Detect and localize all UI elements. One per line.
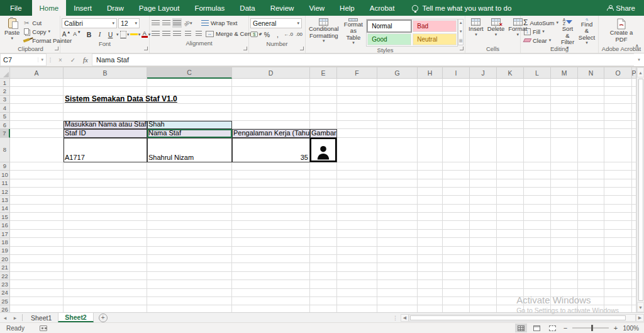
tab-data[interactable]: Data [232,0,262,16]
column-header-O[interactable]: O [604,67,632,79]
fill-button[interactable]: ↓Fill▾ [522,27,558,36]
insert-function-icon[interactable]: fx [79,54,92,66]
scroll-up-icon[interactable]: ▲ [637,67,644,77]
cell-K15[interactable] [497,213,524,221]
cell-I17[interactable] [443,230,470,238]
cell-I3[interactable] [443,96,470,104]
cell-H25[interactable] [418,297,443,305]
cell-M25[interactable] [551,297,578,305]
cell-J5[interactable] [470,113,497,121]
cell-H2[interactable] [418,87,443,95]
cell-E23[interactable] [310,280,337,288]
cell-L23[interactable] [524,280,551,288]
clear-button[interactable]: Clear▾ [522,36,558,45]
cell-L10[interactable] [524,171,551,179]
cell-P25[interactable] [632,297,636,305]
cell-L17[interactable] [524,230,551,238]
row-header-4[interactable]: 4 [0,104,10,112]
cell-L3[interactable] [524,96,551,104]
cell-C1[interactable] [147,79,232,87]
cell-G25[interactable] [377,297,418,305]
cell-C17[interactable] [147,230,232,238]
cell-J2[interactable] [470,87,497,95]
cell-A1[interactable] [10,79,64,87]
row-header-13[interactable]: 13 [0,196,10,204]
cell-J23[interactable] [470,280,497,288]
increase-indent-button[interactable] [194,29,203,38]
cell-B4[interactable] [64,104,147,112]
cell-G19[interactable] [377,247,418,255]
cell-A11[interactable] [10,179,64,188]
cell-K16[interactable] [497,221,524,229]
cell-K11[interactable] [497,179,524,188]
tell-me-box[interactable]: Tell me what you want to do [412,0,511,16]
cell-C23[interactable] [147,280,232,288]
cell-C9[interactable] [147,162,232,171]
enter-icon[interactable]: ✓ [67,54,79,66]
cell-I22[interactable] [443,272,470,280]
row-header-2[interactable]: 2 [0,87,10,95]
tab-insert[interactable]: Insert [66,0,99,16]
collapse-ribbon-icon[interactable]: ∧ [635,43,639,49]
cell-F11[interactable] [337,179,377,188]
cell-M12[interactable] [551,188,578,196]
cell-N17[interactable] [578,230,604,238]
cell-I13[interactable] [443,196,470,204]
cell-B23[interactable] [64,280,147,288]
cell-H6[interactable] [418,121,443,129]
cell-H15[interactable] [418,213,443,221]
column-header-K[interactable]: K [497,67,524,79]
row-header-24[interactable]: 24 [0,289,10,297]
alignment-dialog-launcher-icon[interactable] [243,47,247,50]
cell-D22[interactable] [232,272,310,280]
cell-N6[interactable] [578,121,604,129]
cell-K25[interactable] [497,297,524,305]
cell-C13[interactable] [147,196,232,204]
row-header-3[interactable]: 3 [0,96,10,104]
align-left-button[interactable] [151,29,160,38]
cell-H8[interactable] [418,138,443,162]
cell-F24[interactable] [337,289,377,297]
cell-E13[interactable] [310,196,337,204]
cell-M23[interactable] [551,280,578,288]
cell-F4[interactable] [337,104,377,112]
cell-I15[interactable] [443,213,470,221]
cell-K23[interactable] [497,280,524,288]
cell-C5[interactable] [147,113,232,121]
cell-A14[interactable] [10,205,64,213]
cell-B10[interactable] [64,171,147,179]
cell-J18[interactable] [470,238,497,246]
row-header-14[interactable]: 14 [0,205,10,213]
cell-B16[interactable] [64,221,147,229]
cell-E14[interactable] [310,205,337,213]
cell-G3[interactable] [377,96,418,104]
cell-G8[interactable] [377,138,418,162]
cell-B25[interactable] [64,297,147,305]
row-header-19[interactable]: 19 [0,247,10,255]
scroll-down-icon[interactable]: ▼ [637,302,644,312]
cell-H19[interactable] [418,247,443,255]
vertical-scroll-thumb[interactable] [638,79,643,301]
cell-C18[interactable] [147,238,232,246]
cell-A9[interactable] [10,162,64,171]
tab-acrobat[interactable]: Acrobat [362,0,402,16]
cell-C8[interactable]: Shahrul Nizam [147,138,232,162]
cell-C11[interactable] [147,179,232,188]
cell-P6[interactable] [632,121,636,129]
cell-D18[interactable] [232,238,310,246]
cell-O12[interactable] [604,188,632,196]
cell-M22[interactable] [551,272,578,280]
cell-H12[interactable] [418,188,443,196]
cell-I23[interactable] [443,280,470,288]
create-pdf-button[interactable]: Create a PDF [603,17,640,45]
row-header-20[interactable]: 20 [0,255,10,263]
column-header-I[interactable]: I [443,67,470,79]
cell-D12[interactable] [232,188,310,196]
new-sheet-button[interactable]: + [99,313,108,322]
cell-D25[interactable] [232,297,310,305]
percent-style-button[interactable]: % [262,30,272,39]
cell-O24[interactable] [604,289,632,297]
cell-P18[interactable] [632,238,636,246]
cell-G4[interactable] [377,104,418,112]
cell-A24[interactable] [10,289,64,297]
